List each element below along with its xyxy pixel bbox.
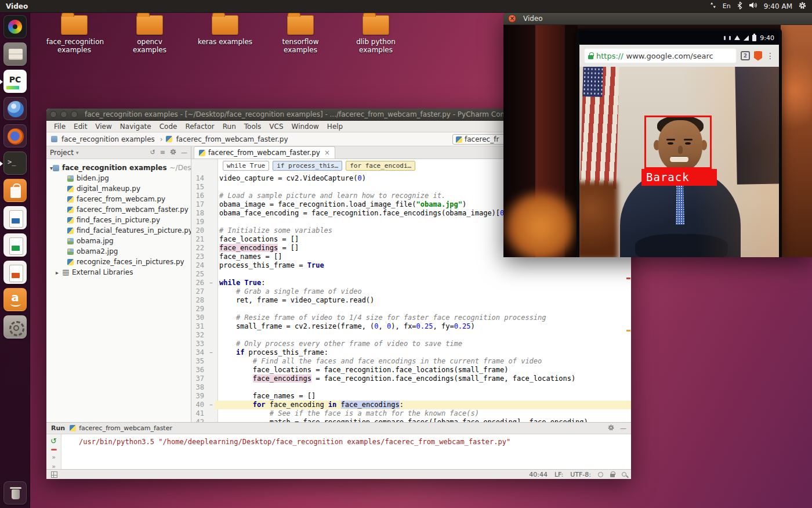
shield-icon[interactable] <box>754 51 762 61</box>
run-tab[interactable]: facerec_from_webcam_faster <box>70 424 172 432</box>
code-line[interactable]: 35 # Find all the faces and face encodin… <box>191 357 631 366</box>
breadcrumb-item[interactable]: face_recognition examples <box>59 135 157 143</box>
minimize-button[interactable] <box>60 111 67 118</box>
code-line[interactable]: 24process_this_frame = True <box>191 261 631 270</box>
menu-file[interactable]: File <box>50 123 70 131</box>
libreoffice-writer-icon[interactable] <box>3 206 27 229</box>
stop-icon[interactable] <box>51 449 57 451</box>
code-line[interactable]: 39 face_names = [] <box>191 392 631 401</box>
files-icon[interactable] <box>3 42 27 66</box>
code-line[interactable]: 33 # Only process every other frame of v… <box>191 340 631 348</box>
code-line[interactable]: 41 # See if the face is a match for the … <box>191 409 631 418</box>
volume-icon[interactable] <box>749 2 757 10</box>
menu-view[interactable]: View <box>91 123 115 131</box>
menu-vcs[interactable]: VCS <box>265 123 287 131</box>
project-panel-header[interactable]: Project ▾ ↺ ≡ — <box>46 146 191 159</box>
dash-icon[interactable] <box>3 15 27 38</box>
code-line[interactable]: 25 <box>191 270 631 279</box>
menu-help[interactable]: Help <box>323 123 347 131</box>
chevron-collapsed-icon[interactable]: ▸ <box>56 269 63 276</box>
menu-window[interactable]: Window <box>288 123 323 131</box>
menu-code[interactable]: Code <box>155 123 182 131</box>
code-line[interactable]: 36 face_locations = face_recognition.fac… <box>191 366 631 374</box>
search-icon[interactable] <box>622 472 626 477</box>
project-file[interactable]: recognize_faces_in_pictures.py <box>46 257 191 267</box>
project-file[interactable]: digital_makeup.py <box>46 183 191 194</box>
menu-run[interactable]: Run <box>219 123 240 131</box>
project-file[interactable]: obama2.jpg <box>46 246 191 257</box>
scope-pill[interactable]: while True <box>223 161 269 171</box>
firefox-icon[interactable] <box>3 124 27 147</box>
desktop-folder[interactable]: keras examples <box>197 15 253 46</box>
keyboard-indicator[interactable]: En <box>723 2 731 10</box>
project-file[interactable]: facerec_from_webcam.py <box>46 194 191 204</box>
desktop-folder[interactable]: dlib python examples <box>348 15 404 54</box>
code-line[interactable]: 31 small_frame = cv2.resize(frame, (0, 0… <box>191 322 631 331</box>
tab-close-icon[interactable]: × <box>324 149 330 157</box>
editor-tab[interactable]: facerec_from_webcam_faster.py × <box>194 146 335 158</box>
desktop-folder[interactable]: face_recognition examples <box>46 15 102 54</box>
file-encoding[interactable]: UTF-8: <box>570 471 591 478</box>
inspections-icon[interactable] <box>598 472 603 477</box>
desktop-folder[interactable]: tensorflow examples <box>273 15 328 54</box>
code-line[interactable]: 28 ret, frame = video_capture.read() <box>191 296 631 305</box>
system-settings-icon[interactable] <box>3 315 27 338</box>
menu-edit[interactable]: Edit <box>70 123 91 131</box>
bluetooth-icon[interactable] <box>737 2 742 11</box>
caret-position[interactable]: 40:44 <box>529 471 548 478</box>
code-line[interactable]: 34− if process_this_frame: <box>191 348 631 357</box>
run-console[interactable]: /usr/bin/python3.5 "/home/deeplearning/D… <box>61 434 631 469</box>
address-bar[interactable]: https:// www.google.com/searc <box>584 48 737 63</box>
external-libraries-node[interactable]: ▸ External Libraries <box>46 267 191 278</box>
clock[interactable]: 9:40 AM <box>764 2 792 10</box>
overflow-menu-icon[interactable]: ⋮ <box>766 52 774 60</box>
error-stripe-mark[interactable] <box>626 330 630 332</box>
chevron-down-icon[interactable]: ▾ <box>76 150 79 156</box>
close-button[interactable] <box>50 111 57 118</box>
gear-icon[interactable] <box>170 149 176 157</box>
pycharm-icon[interactable] <box>3 70 27 93</box>
code-line[interactable]: 42 match = face_recognition.compare_face… <box>191 418 631 422</box>
toolwindow-switcher-icon[interactable] <box>51 471 57 478</box>
desktop-folder[interactable]: opencv examples <box>122 15 177 54</box>
code-line[interactable]: 30 # Resize frame of video to 1/4 size f… <box>191 314 631 322</box>
project-file[interactable]: biden.jpg <box>46 173 191 183</box>
hide-panel-icon[interactable]: — <box>620 424 626 432</box>
trash-icon[interactable] <box>3 481 27 505</box>
project-file[interactable]: obama.jpg <box>46 236 191 246</box>
chromium-icon[interactable] <box>3 97 27 120</box>
hide-panel-icon[interactable]: — <box>181 149 187 156</box>
collapse-all-icon[interactable]: ≡ <box>160 149 165 156</box>
sync-arrows-icon[interactable] <box>710 2 716 10</box>
line-separator[interactable]: LF: <box>554 471 563 478</box>
rerun-icon[interactable]: ↺ <box>50 438 57 445</box>
code-line[interactable]: 37 face_encodings = face_recognition.fac… <box>191 374 631 383</box>
breadcrumb-item[interactable]: facerec_from_webcam_faster.py <box>174 135 291 143</box>
fold-marker[interactable]: − <box>208 279 215 287</box>
menu-tools[interactable]: Tools <box>240 123 266 131</box>
project-file[interactable]: find_facial_features_in_picture.py <box>46 225 191 236</box>
code-line[interactable]: 32 <box>191 331 631 340</box>
lock-icon[interactable] <box>610 474 615 477</box>
maximize-button[interactable] <box>71 111 78 118</box>
terminal-icon[interactable] <box>3 152 27 175</box>
session-gear-icon[interactable] <box>799 2 806 11</box>
code-line[interactable]: 26−while True: <box>191 279 631 287</box>
software-center-icon[interactable] <box>3 179 27 202</box>
libreoffice-impress-icon[interactable] <box>3 261 27 284</box>
video-titlebar[interactable]: × Video <box>503 13 812 25</box>
refresh-icon[interactable]: ↺ <box>150 149 155 156</box>
project-file[interactable]: find_faces_in_picture.py <box>46 215 191 225</box>
menu-navigate[interactable]: Navigate <box>116 123 155 131</box>
close-icon[interactable]: × <box>508 15 516 23</box>
gear-icon[interactable] <box>608 424 614 433</box>
code-line[interactable]: 40− for face_encoding in face_encodings: <box>191 401 631 409</box>
code-line[interactable]: 27 # Grab a single frame of video <box>191 287 631 296</box>
libreoffice-calc-icon[interactable] <box>3 233 27 257</box>
scope-pill[interactable]: for face_encodi… <box>346 161 415 171</box>
more-icon[interactable]: » <box>52 464 56 469</box>
project-file[interactable]: facerec_from_webcam_faster.py <box>46 204 191 215</box>
code-line[interactable]: 29 <box>191 305 631 314</box>
menu-refactor[interactable]: Refactor <box>181 123 218 131</box>
more-icon[interactable]: » <box>52 455 56 460</box>
